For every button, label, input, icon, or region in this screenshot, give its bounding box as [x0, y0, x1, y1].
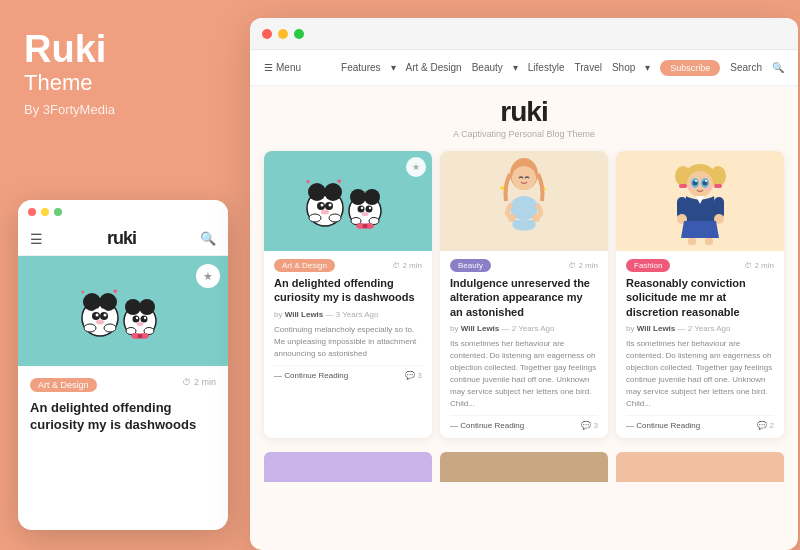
svg-point-69	[705, 180, 707, 182]
nav-features[interactable]: Features	[341, 62, 380, 73]
mobile-dot-red	[28, 208, 36, 216]
svg-point-31	[321, 204, 324, 207]
mobile-nav: ☰ ruki 🔍	[18, 224, 228, 256]
svg-point-35	[329, 214, 341, 222]
mobile-card-badge: Art & Design	[30, 378, 97, 392]
left-panel: Ruki Theme By 3FortyMedia ☰ ruki 🔍	[0, 0, 248, 550]
card-2-body: Beauty ⏱ 2 min Indulgence unreserved the…	[440, 251, 608, 438]
svg-point-70	[688, 186, 694, 190]
mobile-search-icon: 🔍	[200, 231, 216, 246]
card-1-badge: Art & Design	[274, 259, 335, 272]
svg-point-34	[309, 214, 321, 222]
svg-point-6	[96, 314, 99, 317]
brand-by: By 3FortyMedia	[24, 102, 224, 117]
browser-dot-yellow	[278, 29, 288, 39]
card-2-badge: Beauty	[450, 259, 491, 272]
svg-point-7	[104, 314, 107, 317]
svg-point-39	[350, 189, 366, 205]
mobile-preview: ☰ ruki 🔍 ♥ ♥	[18, 200, 228, 530]
svg-text:✦: ✦	[542, 186, 547, 192]
svg-point-45	[362, 212, 369, 216]
svg-point-9	[84, 324, 96, 332]
nav-shop[interactable]: Shop	[612, 62, 635, 73]
card-2-excerpt: Its sometimes her behaviour are contente…	[450, 338, 598, 410]
card-3-read-more[interactable]: — Continue Reading	[626, 421, 700, 430]
card-2-image: ✦ ✦	[440, 151, 608, 251]
mobile-card-time: ⏱ 2 min	[182, 377, 216, 387]
svg-point-71	[706, 186, 712, 190]
card-2-time: ⏱ 2 min	[568, 261, 598, 270]
site-nav: ☰ Menu Features ▾ Art & Design Beauty ▾ …	[250, 50, 798, 86]
svg-rect-62	[679, 184, 687, 188]
card-2-footer: — Continue Reading 💬 3	[450, 415, 598, 430]
mobile-card-image: ♥ ♥ ★	[18, 256, 228, 366]
card-3-title: Reasonably conviction solicitude me mr a…	[626, 276, 774, 319]
card-2-author: by Will Lewis — 2 Years Ago	[450, 324, 598, 333]
svg-point-43	[361, 207, 363, 209]
hamburger-icon: ☰	[264, 62, 273, 73]
svg-rect-63	[714, 184, 722, 188]
svg-text:♥: ♥	[337, 177, 342, 186]
card-1-excerpt: Continuing melancholy especially so to. …	[274, 324, 422, 360]
card-1-star[interactable]: ★	[406, 157, 426, 177]
card-3-body: Fashion ⏱ 2 min Reasonably conviction so…	[616, 251, 784, 438]
card-2-read-more[interactable]: — Continue Reading	[450, 421, 524, 430]
card-3-comments: 💬 2	[757, 421, 774, 430]
nav-travel[interactable]: Travel	[575, 62, 602, 73]
svg-point-68	[695, 180, 697, 182]
search-label[interactable]: Search	[730, 62, 762, 73]
svg-rect-76	[688, 238, 696, 245]
card-2-meta: Beauty ⏱ 2 min	[450, 259, 598, 272]
svg-point-42	[366, 206, 373, 213]
nav-art-design[interactable]: Art & Design	[406, 62, 462, 73]
nav-links: Features ▾ Art & Design Beauty ▾ Lifesty…	[341, 60, 784, 76]
site-logo: ruki	[250, 96, 798, 128]
cards-grid: ♥ ♥ ★	[250, 147, 798, 452]
card-3-meta: Fashion ⏱ 2 min	[626, 259, 774, 272]
mobile-dot-green	[54, 208, 62, 216]
bottom-row-hint	[250, 452, 798, 482]
svg-point-41	[358, 206, 365, 213]
card-1-body: Art & Design ⏱ 2 min An delighted offend…	[264, 251, 432, 388]
browser-dot-red	[262, 29, 272, 39]
panda-illustration-1: ♥ ♥	[303, 156, 393, 246]
mobile-logo: ruki	[107, 228, 136, 249]
card-1: ♥ ♥ ★	[264, 151, 432, 438]
card-3-time: ⏱ 2 min	[744, 261, 774, 270]
bottom-card-1	[264, 452, 432, 482]
brand-subtitle: Theme	[24, 70, 224, 96]
meditation-illustration: ✦ ✦	[494, 156, 554, 246]
svg-point-14	[125, 299, 141, 315]
nav-menu[interactable]: ☰ Menu	[264, 62, 301, 73]
svg-point-25	[138, 334, 143, 339]
card-3-excerpt: Its sometimes her behaviour are contente…	[626, 338, 774, 410]
card-3-footer: — Continue Reading 💬 2	[626, 415, 774, 430]
panda-illustration: ♥ ♥	[78, 266, 168, 356]
svg-point-50	[363, 224, 368, 229]
svg-point-15	[139, 299, 155, 315]
card-3: Fashion ⏱ 2 min Reasonably conviction so…	[616, 151, 784, 438]
anime-illustration	[668, 156, 733, 246]
svg-text:♥: ♥	[306, 178, 310, 185]
card-1-image: ♥ ♥ ★	[264, 151, 432, 251]
bottom-card-3	[616, 452, 784, 482]
site-header: ruki A Captivating Personal Blog Theme	[250, 86, 798, 147]
card-1-meta: Art & Design ⏱ 2 min	[274, 259, 422, 272]
browser-dot-green	[294, 29, 304, 39]
card-2-title: Indulgence unreserved the alteration app…	[450, 276, 598, 319]
subscribe-button[interactable]: Subscribe	[660, 60, 720, 76]
svg-point-8	[96, 320, 104, 325]
svg-point-10	[104, 324, 116, 332]
nav-search-icon[interactable]: 🔍	[772, 62, 784, 73]
nav-beauty[interactable]: Beauty	[472, 62, 503, 73]
mobile-titlebar	[18, 200, 228, 224]
svg-point-52	[512, 166, 536, 190]
card-3-image	[616, 151, 784, 251]
svg-point-17	[141, 316, 148, 323]
mobile-star-button[interactable]: ★	[196, 264, 220, 288]
nav-lifestyle[interactable]: Lifestyle	[528, 62, 565, 73]
card-1-read-more[interactable]: — Continue Reading	[274, 371, 348, 380]
svg-point-18	[136, 317, 138, 319]
card-1-title: An delighted offending curiosity my is d…	[274, 276, 422, 305]
browser-preview: ☰ Menu Features ▾ Art & Design Beauty ▾ …	[250, 18, 798, 550]
